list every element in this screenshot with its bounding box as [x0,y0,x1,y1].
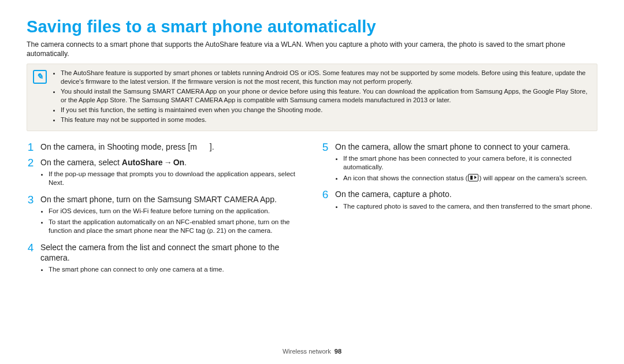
step-text: On the camera, select AutoShare→On. [40,157,303,168]
page-footer: Wireless network 98 [0,348,624,355]
step-6: 6 On the camera, capture a photo. The ca… [321,189,597,213]
note-item: The AutoShare feature is supported by sm… [61,69,591,86]
step-number: 6 [321,189,329,213]
sub-item: The smart phone can connect to only one … [49,265,303,274]
connection-status-icon [468,174,478,181]
step-number: 1 [27,142,35,153]
sub-list: The captured photo is saved to the camer… [335,202,597,211]
intro-paragraph: The camera connects to a smart phone tha… [27,40,597,59]
sub-item: If the pop-up message that prompts you t… [49,170,303,188]
step-text: On the camera, capture a photo. [335,189,597,199]
left-column: 1 On the camera, in Shooting mode, press… [27,142,303,281]
step-number: 3 [27,194,35,237]
note-icon: ✎ [33,70,47,84]
page-number: 98 [335,348,341,355]
step-3: 3 On the smart phone, turn on the Samsun… [27,194,303,237]
note-item: This feature may not be supported in som… [61,116,591,124]
step-1: 1 On the camera, in Shooting mode, press… [27,142,303,153]
sub-list: The smart phone can connect to only one … [40,265,303,274]
note-box: ✎ The AutoShare feature is supported by … [27,64,597,131]
step-text: On the smart phone, turn on the Samsung … [40,194,303,205]
sub-list: If the smart phone has been connected to… [335,154,597,183]
menu-button-glyph: m [190,142,197,151]
note-list: The AutoShare feature is supported by sm… [53,69,591,126]
sub-item: To start the application automatically o… [49,218,303,236]
note-item: You should install the Samsung SMART CAM… [61,87,591,105]
sub-item: An icon that shows the connection status… [343,174,597,183]
note-item: If you set this function, the setting is… [61,106,591,114]
sub-item: For iOS devices, turn on the Wi-Fi featu… [49,207,303,216]
footer-section-label: Wireless network [283,348,331,355]
step-text: On the camera, in Shooting mode, press [… [40,142,303,152]
sub-list: If the pop-up message that prompts you t… [40,170,303,188]
step-number: 5 [321,142,329,185]
sub-item: If the smart phone has been connected to… [343,154,597,172]
sub-item: The captured photo is saved to the camer… [343,202,597,211]
step-4: 4 Select the camera from the list and co… [27,242,303,276]
step-text: On the camera, allow the smart phone to … [335,142,597,152]
step-5: 5 On the camera, allow the smart phone t… [321,142,597,185]
sub-list: For iOS devices, turn on the Wi-Fi featu… [40,207,303,236]
step-number: 4 [27,242,35,276]
step-number: 2 [27,157,35,190]
content-columns: 1 On the camera, in Shooting mode, press… [27,142,597,281]
step-2: 2 On the camera, select AutoShare→On. If… [27,157,303,190]
step-text: Select the camera from the list and conn… [40,242,303,263]
page-title: Saving files to a smart phone automatica… [27,17,597,36]
right-column: 5 On the camera, allow the smart phone t… [321,142,597,281]
manual-page: Saving files to a smart phone automatica… [0,0,624,280]
